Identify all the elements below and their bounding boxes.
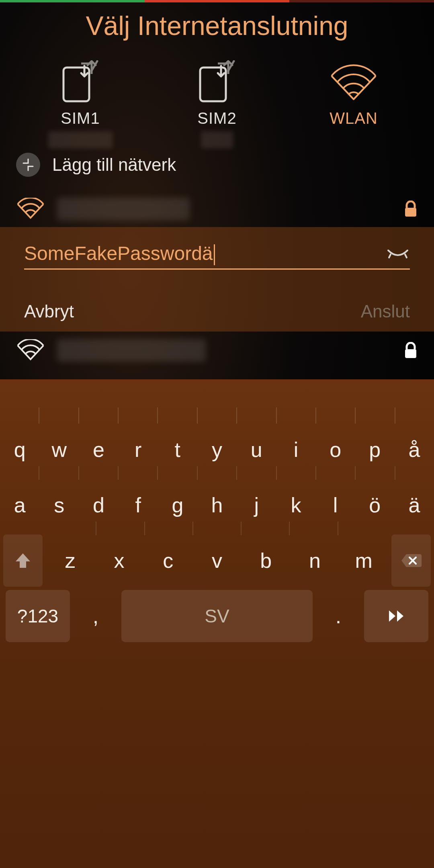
password-value: SomeFakePasswordä bbox=[24, 243, 213, 264]
key-a[interactable]: a bbox=[0, 479, 39, 531]
lock-icon bbox=[403, 342, 418, 359]
key-c[interactable]: c bbox=[143, 534, 192, 587]
wifi-name-redacted bbox=[57, 339, 206, 362]
key-enter[interactable] bbox=[364, 590, 428, 642]
key-ä[interactable]: ä bbox=[395, 479, 434, 531]
keyboard: q w e r t y u i o p å a s d f g h j k l … bbox=[0, 379, 434, 868]
key-spacebar[interactable]: SV bbox=[121, 590, 313, 642]
lock-icon bbox=[403, 201, 418, 217]
forward-icon bbox=[387, 609, 406, 623]
connection-carrier-redacted bbox=[48, 131, 113, 148]
sim-icon bbox=[60, 60, 100, 104]
key-v[interactable]: v bbox=[192, 534, 242, 587]
connection-type-row: SIM1 SIM2 WLAN bbox=[0, 60, 434, 148]
key-b[interactable]: b bbox=[242, 534, 291, 587]
key-z[interactable]: z bbox=[46, 534, 95, 587]
wifi-name-redacted bbox=[57, 198, 190, 220]
keyboard-row-4: ?123 , SV . bbox=[0, 590, 434, 642]
connection-carrier-redacted bbox=[201, 131, 233, 148]
key-backspace[interactable] bbox=[391, 534, 431, 587]
key-shift[interactable] bbox=[3, 534, 43, 587]
text-cursor bbox=[214, 244, 215, 265]
toggle-password-visibility[interactable] bbox=[386, 242, 410, 266]
svg-rect-5 bbox=[405, 349, 416, 358]
key-period[interactable]: . bbox=[318, 590, 358, 642]
add-network-icon bbox=[16, 153, 40, 177]
connection-sim1[interactable]: SIM1 bbox=[20, 60, 141, 148]
key-comma[interactable]: , bbox=[76, 590, 116, 642]
connection-label: WLAN bbox=[330, 109, 378, 127]
wifi-network-selected[interactable] bbox=[0, 189, 434, 229]
svg-rect-2 bbox=[405, 208, 416, 217]
key-n[interactable]: n bbox=[291, 534, 340, 587]
keyboard-ticks bbox=[0, 407, 434, 424]
wifi-icon bbox=[328, 60, 380, 104]
key-m[interactable]: m bbox=[339, 534, 388, 587]
key-x[interactable]: x bbox=[95, 534, 144, 587]
status-bar bbox=[0, 0, 434, 2]
key-symbols[interactable]: ?123 bbox=[6, 590, 70, 642]
wifi-network-item[interactable] bbox=[0, 330, 434, 371]
page-title: Välj Internetanslutning bbox=[0, 10, 434, 41]
keyboard-row-3: z x c v b n m bbox=[0, 534, 434, 587]
password-panel: SomeFakePasswordä Avbryt Anslut bbox=[0, 227, 434, 332]
connection-wlan[interactable]: WLAN bbox=[293, 60, 414, 127]
wifi-icon bbox=[16, 198, 45, 220]
password-input[interactable]: SomeFakePasswordä bbox=[24, 239, 410, 270]
shift-icon bbox=[13, 551, 33, 570]
backspace-icon bbox=[401, 553, 422, 569]
sim-icon bbox=[197, 60, 237, 104]
svg-line-3 bbox=[389, 254, 391, 258]
wifi-icon bbox=[16, 339, 45, 362]
svg-line-4 bbox=[405, 254, 407, 258]
connect-button[interactable]: Anslut bbox=[361, 301, 410, 321]
add-network-label: Lägg till nätverk bbox=[52, 155, 176, 175]
connection-sim2[interactable]: SIM2 bbox=[157, 60, 277, 148]
cancel-button[interactable]: Avbryt bbox=[24, 301, 74, 321]
connection-label: SIM1 bbox=[61, 109, 100, 127]
add-network-button[interactable]: Lägg till nätverk bbox=[16, 153, 418, 177]
connection-label: SIM2 bbox=[197, 109, 236, 127]
